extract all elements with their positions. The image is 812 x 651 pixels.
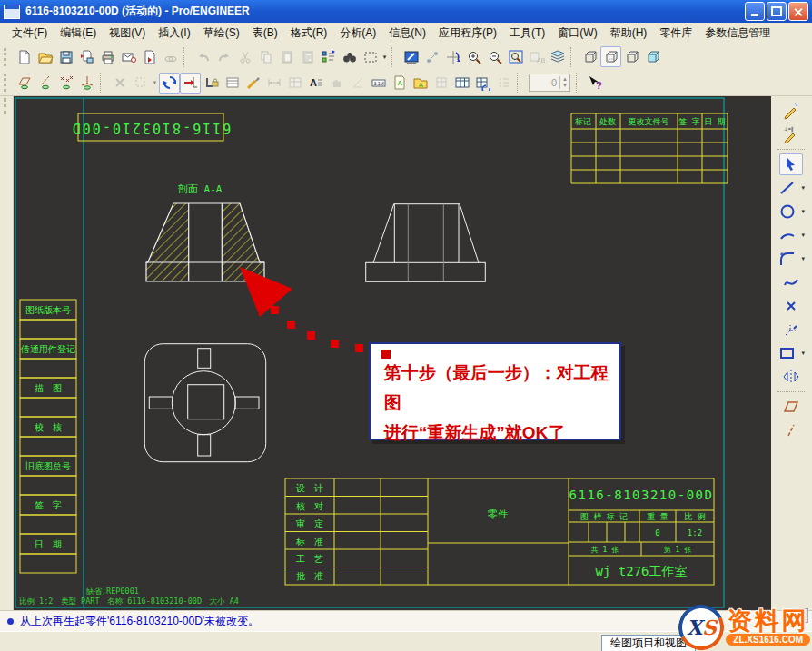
restore-button[interactable] xyxy=(767,2,787,21)
menu-window[interactable]: 窗口(W) xyxy=(551,24,603,43)
mirror-tool-button[interactable] xyxy=(779,366,803,388)
fillet-tool-button[interactable] xyxy=(776,248,799,270)
table-grid-button[interactable] xyxy=(284,73,305,94)
select-filter-dropdown[interactable]: ▾ xyxy=(381,54,389,61)
rectangle-tool-button[interactable] xyxy=(776,342,799,364)
line-tool-button[interactable] xyxy=(776,177,799,199)
table-button[interactable] xyxy=(451,73,472,94)
spin-center-button[interactable] xyxy=(442,46,463,67)
copy-button[interactable] xyxy=(255,46,276,67)
paste-button[interactable] xyxy=(276,46,297,67)
paste-special-button[interactable] xyxy=(297,46,318,67)
view-plan[interactable] xyxy=(144,344,265,462)
menu-help[interactable]: 帮助(H) xyxy=(604,24,654,43)
zoom-out-button[interactable] xyxy=(484,46,505,67)
view-front[interactable] xyxy=(365,204,485,282)
send-mail-button[interactable] xyxy=(118,46,139,67)
print-button[interactable] xyxy=(97,46,118,67)
open-button[interactable] xyxy=(35,46,55,67)
delete-button[interactable] xyxy=(109,73,130,94)
no-hidden-button[interactable] xyxy=(621,46,642,67)
drawing-canvas[interactable]: 6116-8103210-00D 标记 处数 更改文件号 签 字 日 xyxy=(14,96,771,610)
minimize-button[interactable] xyxy=(745,2,765,21)
datum-plane-display-button[interactable] xyxy=(14,73,35,94)
rectangle-tool-dropdown[interactable]: ▾ xyxy=(799,350,807,357)
cut-button[interactable] xyxy=(234,46,255,67)
export-button[interactable] xyxy=(139,46,160,67)
datum-axis-tool-button[interactable] xyxy=(779,419,803,441)
save-button[interactable] xyxy=(55,46,76,67)
context-help-button[interactable]: ? xyxy=(585,73,606,94)
menu-applications[interactable]: 应用程序(P) xyxy=(432,24,503,43)
menu-table[interactable]: 表(B) xyxy=(246,24,284,43)
point-tool-button[interactable] xyxy=(779,295,803,317)
repaint-button[interactable] xyxy=(401,46,421,67)
layers-button[interactable] xyxy=(547,46,568,67)
menu-analysis[interactable]: 分析(A) xyxy=(333,24,382,43)
point-display-button[interactable] xyxy=(55,73,76,94)
find-button[interactable] xyxy=(339,46,360,67)
note-folder-button[interactable]: A xyxy=(410,73,431,94)
menu-parts-library[interactable]: 零件库 xyxy=(653,24,698,43)
drag-items-button[interactable] xyxy=(326,73,347,94)
menu-sketch[interactable]: 草绘(S) xyxy=(197,24,246,43)
hidden-line-button[interactable] xyxy=(600,46,621,67)
table-update-button[interactable] xyxy=(472,73,493,94)
dim-format-button[interactable]: 3.1M xyxy=(368,73,389,94)
undo-button[interactable] xyxy=(193,46,213,67)
select-special-dropdown[interactable]: ▾ xyxy=(151,79,159,86)
menu-view[interactable]: 视图(V) xyxy=(103,24,152,43)
close-button[interactable] xyxy=(788,2,808,21)
web-link-button[interactable] xyxy=(160,46,181,67)
datum-plane-tool-button[interactable] xyxy=(779,396,803,418)
format-paint-button[interactable] xyxy=(243,73,263,94)
menu-edit[interactable]: 编辑(E) xyxy=(54,24,103,43)
lock-move-button[interactable] xyxy=(201,73,222,94)
select-special-button[interactable] xyxy=(130,73,151,94)
circle-tool-dropdown[interactable]: ▾ xyxy=(799,208,807,215)
toolbar-drag-handle[interactable] xyxy=(4,48,10,66)
properties-button[interactable] xyxy=(493,73,514,94)
canvas-drag-handle[interactable] xyxy=(4,98,10,114)
group-button[interactable] xyxy=(431,73,451,94)
redo-button[interactable] xyxy=(213,46,234,67)
shaded-button[interactable] xyxy=(642,46,663,67)
view-section-aa[interactable]: 剖面 A-A xyxy=(146,183,264,281)
arc-tool-button[interactable] xyxy=(776,224,799,246)
menu-info[interactable]: 信息(N) xyxy=(382,24,432,43)
menu-tools[interactable]: 工具(T) xyxy=(503,24,551,43)
arc-tool-dropdown[interactable]: ▾ xyxy=(799,232,807,239)
line-tool-dropdown[interactable]: ▾ xyxy=(799,184,807,192)
sketch-tool-button[interactable] xyxy=(779,100,803,122)
menu-file[interactable]: 文件(F) xyxy=(5,24,54,43)
sheet-number-spinner[interactable]: 0 ▲▼ xyxy=(529,74,570,92)
zoom-in-button[interactable] xyxy=(463,46,484,67)
menu-insert[interactable]: 插入(I) xyxy=(152,24,196,43)
goto-sheet-button[interactable] xyxy=(180,73,201,94)
wireframe-button[interactable] xyxy=(579,46,600,67)
table-rows-button[interactable] xyxy=(222,73,243,94)
csys-display-button[interactable] xyxy=(76,73,97,94)
menu-format[interactable]: 格式(R) xyxy=(284,24,334,43)
datum-axis-display-button[interactable] xyxy=(35,73,55,94)
spinner-down-icon[interactable]: ▼ xyxy=(562,83,568,89)
constraints-tool-button[interactable]: ⊥=∥ xyxy=(779,123,803,145)
angle-dim-button[interactable] xyxy=(347,73,368,94)
orient-button[interactable] xyxy=(421,46,442,67)
select-filter-button[interactable] xyxy=(360,46,381,67)
update-sheet-button[interactable] xyxy=(159,73,180,94)
dimension-button[interactable] xyxy=(263,73,284,94)
toolbar-drag-handle[interactable] xyxy=(4,74,10,92)
menu-param-info[interactable]: 参数信息管理 xyxy=(698,24,777,43)
fillet-tool-dropdown[interactable]: ▾ xyxy=(799,255,807,262)
spline-tool-button[interactable] xyxy=(779,271,803,293)
rename-view-button[interactable]: AB xyxy=(526,46,547,67)
regenerate-button[interactable] xyxy=(318,46,339,67)
save-copy-button[interactable] xyxy=(76,46,97,67)
refit-button[interactable] xyxy=(505,46,526,67)
text-style-button[interactable]: A xyxy=(305,73,326,94)
new-file-button[interactable] xyxy=(14,46,35,67)
circle-tool-button[interactable] xyxy=(776,201,799,222)
spinner-up-icon[interactable]: ▲ xyxy=(562,76,568,83)
offset-edge-tool-button[interactable] xyxy=(779,319,803,340)
